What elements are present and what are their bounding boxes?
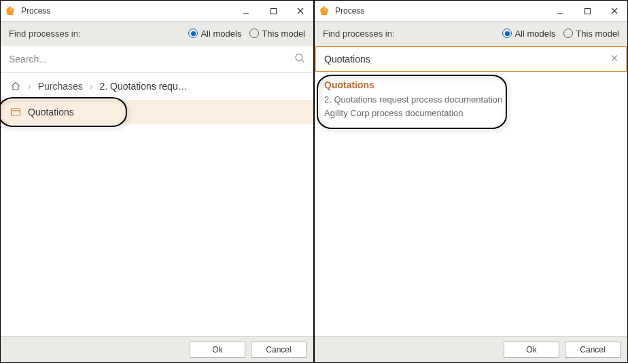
breadcrumb-item[interactable]: Purchases: [38, 81, 83, 92]
svg-rect-9: [585, 8, 590, 14]
list-item-label: Quotations: [28, 107, 74, 117]
minimize-button[interactable]: [553, 3, 568, 18]
breadcrumb-sep: ›: [90, 81, 93, 92]
window-title: Process: [21, 6, 239, 16]
svg-rect-6: [12, 109, 20, 115]
close-button[interactable]: [607, 3, 622, 18]
cancel-button[interactable]: Cancel: [251, 342, 307, 358]
search-suggestion[interactable]: Quotations 2. Quotations request process…: [315, 73, 627, 127]
radio-this-label: This model: [262, 29, 305, 39]
search-input[interactable]: Quotations: [315, 46, 627, 72]
breadcrumb: › Purchases › 2. Quotations requ…: [1, 73, 313, 100]
search-field-wrap: Search...: [1, 46, 313, 73]
breadcrumb-sep: ›: [28, 81, 31, 92]
window-title: Process: [335, 6, 553, 16]
home-icon[interactable]: [10, 81, 21, 92]
ok-button[interactable]: Ok: [190, 342, 245, 358]
radio-this-label: This model: [576, 29, 619, 39]
suggestion-title: Quotations: [324, 79, 618, 90]
close-button[interactable]: [293, 3, 308, 18]
model-scope-radio-group: All models This model: [188, 29, 305, 39]
model-scope-radio-group: All models This model: [502, 29, 619, 39]
suggestion-line: 2. Quotations request process documentat…: [324, 93, 618, 107]
minimize-button[interactable]: [239, 3, 254, 18]
cancel-button[interactable]: Cancel: [565, 342, 621, 358]
filter-bar: Find processes in: All models This model: [1, 21, 313, 46]
search-field-wrap: Quotations: [315, 46, 627, 73]
svg-line-5: [302, 60, 304, 63]
suggestion-line: Agility Corp process documentation: [324, 107, 618, 120]
titlebar: Process: [1, 1, 313, 21]
dialog-footer: Ok Cancel: [1, 336, 313, 362]
process-dialog-right: Process Find processes in: All models: [314, 0, 628, 363]
svg-rect-1: [271, 8, 276, 14]
filter-label: Find processes in:: [9, 29, 179, 39]
process-dialog-left: Process Find processes in: All models: [0, 0, 314, 363]
svg-point-4: [296, 54, 302, 61]
maximize-button[interactable]: [580, 3, 595, 18]
document-icon: [10, 107, 21, 117]
ok-button[interactable]: Ok: [504, 342, 559, 358]
radio-all-models[interactable]: All models: [188, 29, 241, 39]
app-icon: [5, 5, 16, 16]
radio-all-label: All models: [200, 29, 241, 39]
dialog-footer: Ok Cancel: [315, 336, 627, 362]
radio-this-model[interactable]: This model: [563, 29, 619, 39]
clear-icon[interactable]: [610, 54, 619, 65]
list-item-selected[interactable]: Quotations: [1, 100, 313, 124]
titlebar: Process: [315, 1, 627, 21]
radio-all-models[interactable]: All models: [502, 29, 555, 39]
search-input[interactable]: Search...: [1, 46, 313, 73]
app-icon: [319, 5, 330, 16]
maximize-button[interactable]: [266, 3, 281, 18]
filter-bar: Find processes in: All models This model: [315, 21, 627, 46]
filter-label: Find processes in:: [323, 29, 493, 39]
radio-all-label: All models: [514, 29, 555, 39]
radio-this-model[interactable]: This model: [249, 29, 305, 39]
search-icon: [294, 53, 305, 66]
breadcrumb-current: 2. Quotations requ…: [100, 81, 188, 92]
